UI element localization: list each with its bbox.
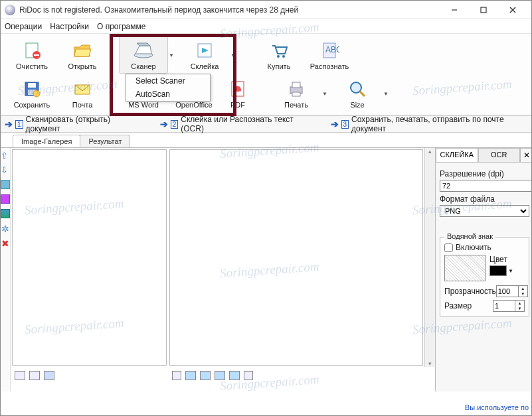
arrow-right-icon: ➔ (5, 119, 13, 129)
format-select[interactable]: PNG (440, 205, 529, 217)
mail-label: Почта (72, 101, 93, 109)
openoffice-label: OpenOffice (175, 101, 212, 109)
stitch-icon (194, 40, 215, 61)
cart-icon (268, 40, 290, 61)
menu-item-select-scanner[interactable]: Select Scaner (126, 74, 210, 88)
chevron-down-icon[interactable]: ▼ (230, 52, 236, 58)
color-label: Цвет (489, 255, 513, 264)
step-3: ➔ 3 Сохранить, печатать, отправить по по… (331, 115, 527, 133)
toolbar: Очистить Открыть ▼ Сканер ▼ Склейка ▼ Ку… (1, 34, 531, 115)
svg-rect-27 (292, 92, 300, 96)
step-1: ➔ 1 Сканировать (открыть) документ (5, 115, 138, 133)
delete-icon[interactable]: ✖ (1, 238, 10, 247)
buy-button[interactable]: Купить (254, 36, 304, 74)
thumb-view-icon[interactable] (15, 371, 25, 380)
watermark-enable-checkbox[interactable] (444, 243, 453, 252)
watermark-pattern-preview[interactable] (444, 255, 486, 281)
save-icon (21, 78, 43, 100)
window-title: RiDoc is not registered. Ознакомительный… (19, 5, 440, 15)
opacity-spinner[interactable]: ▲▼ (519, 285, 528, 297)
stitch-button[interactable]: Склейка ▼ (180, 36, 229, 74)
opacity-input[interactable] (496, 285, 519, 297)
pdf-button[interactable]: PDF (220, 75, 256, 112)
step-3-label: Сохранить, печатать, отправить по почте … (351, 115, 527, 133)
save-button[interactable]: Сохранить (7, 75, 56, 112)
maximize-button[interactable] (469, 1, 498, 19)
app-icon (5, 5, 15, 15)
folder-open-icon (72, 40, 93, 61)
open-button[interactable]: Открыть ▼ (58, 36, 107, 74)
svg-point-11 (282, 55, 285, 58)
clear-label: Очистить (16, 62, 48, 70)
workarea: ⇧ ⇩ ✲ ✖ ▴▾ СКЛЕЙКА OCR (1, 147, 531, 391)
chevron-down-icon[interactable]: ▼ (383, 91, 389, 97)
thumb-toolbar-mid (168, 367, 435, 384)
nav-icon[interactable] (200, 371, 211, 380)
resolution-label: Разрешение (dpi) (440, 169, 529, 178)
scanner-label: Сканер (131, 62, 155, 70)
step-number: 2 (171, 120, 179, 129)
tool-icon[interactable] (1, 180, 10, 189)
step-number: 3 (341, 120, 349, 129)
chevron-down-icon[interactable]: ▼ (169, 52, 174, 58)
thumb-toolbar-left (11, 367, 168, 384)
arrow-up-icon[interactable]: ⇧ (1, 151, 10, 160)
scrollbar[interactable]: ▴▾ (424, 148, 435, 367)
chevron-down-icon[interactable]: ▼ (108, 52, 114, 58)
save-label: Сохранить (14, 101, 50, 109)
arrow-down-icon[interactable]: ⇩ (1, 165, 10, 174)
menu-operations[interactable]: Операции (5, 22, 42, 31)
tab-gallery[interactable]: Image-Галерея (13, 135, 80, 147)
settings-icon[interactable]: ✲ (1, 224, 10, 233)
right-pane: СКЛЕЙКА OCR ✕ Разрешение (dpi) … Формат … (435, 148, 532, 391)
clear-button[interactable]: Очистить (7, 36, 56, 74)
nav-icon[interactable] (244, 371, 253, 380)
chevron-down-icon[interactable]: ▼ (322, 91, 327, 97)
step-1-label: Сканировать (открыть) документ (26, 115, 138, 133)
svg-rect-15 (28, 83, 36, 88)
chevron-down-icon[interactable]: ▼ (508, 268, 513, 274)
nav-icon[interactable] (172, 371, 181, 380)
pdf-label: PDF (230, 101, 245, 109)
chevron-down-icon[interactable]: ▼ (108, 91, 114, 97)
color-swatch[interactable] (489, 265, 507, 276)
step-number: 1 (15, 120, 23, 129)
preview-panel[interactable] (169, 149, 423, 366)
tool-icon[interactable] (1, 194, 10, 204)
menu-item-autoscan[interactable]: AutoScan (126, 88, 210, 101)
nav-icon[interactable] (215, 371, 225, 380)
left-column (11, 148, 168, 391)
tab-stitch-settings[interactable]: СКЛЕЙКА (436, 148, 478, 162)
size-button[interactable]: Size ▼ (333, 75, 382, 112)
minimize-button[interactable] (440, 1, 469, 19)
gallery-panel[interactable] (12, 149, 167, 366)
thumb-view-icon[interactable] (44, 371, 54, 380)
main-tabs: Image-Галерея Результат (1, 133, 531, 147)
close-button[interactable] (498, 1, 527, 19)
tab-result[interactable]: Результат (80, 135, 130, 147)
menu-about[interactable]: О программе (97, 22, 145, 31)
side-toolbar: ⇧ ⇩ ✲ ✖ (1, 148, 11, 391)
svg-rect-6 (34, 54, 39, 56)
resolution-input[interactable] (440, 180, 532, 192)
thumb-view-icon[interactable] (29, 371, 40, 380)
mail-button[interactable]: Почта ▼ (58, 75, 107, 112)
tab-ocr-settings[interactable]: OCR (478, 148, 521, 162)
nav-icon[interactable] (229, 371, 240, 380)
menu-settings[interactable]: Настройки (50, 22, 89, 31)
print-button[interactable]: Печать ▼ (272, 75, 321, 112)
close-pane-button[interactable]: ✕ (520, 148, 532, 162)
buy-label: Купить (268, 62, 291, 70)
word-label: MS Word (128, 101, 159, 109)
magnifier-icon (347, 78, 368, 100)
nav-icon[interactable] (185, 371, 196, 380)
scanner-button[interactable]: Сканер ▼ (119, 36, 168, 74)
wm-size-input[interactable] (493, 300, 515, 312)
ocr-button[interactable]: ABC Распознать (305, 36, 354, 74)
wm-size-spinner[interactable]: ▲▼ (515, 300, 525, 312)
document-clear-icon (21, 40, 43, 61)
scanner-dropdown: Select Scaner AutoScan (126, 74, 211, 102)
mail-icon (72, 78, 93, 100)
tool-icon[interactable] (1, 209, 10, 218)
open-label: Открыть (68, 62, 96, 70)
